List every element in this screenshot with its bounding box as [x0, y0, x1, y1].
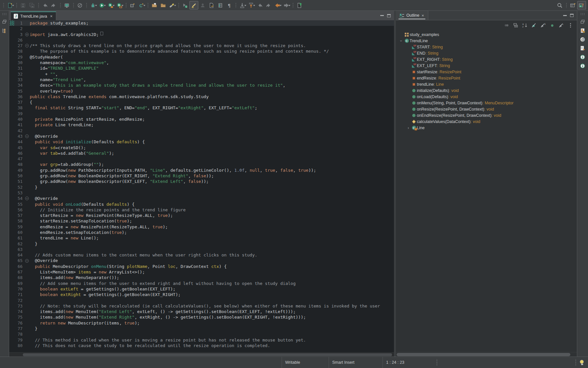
chevron-down-icon[interactable]: › — [399, 38, 403, 44]
dropdown-arrow-icon[interactable] — [12, 5, 14, 7]
fold-gutter[interactable]: − — [24, 196, 30, 201]
sort-button[interactable]: az — [521, 22, 529, 29]
code-line-79[interactable]: 79 // This method is called when the use… — [9, 337, 394, 343]
code-line-60[interactable]: 60 endResize.setSnapToLocation(true); — [9, 230, 394, 235]
outline-close-icon[interactable]: × — [422, 13, 424, 18]
code-line-51[interactable]: 51 grp.addRow(new BooleanDescriptor(EXT_… — [9, 179, 394, 184]
mark-occurrences-toggle[interactable] — [189, 1, 198, 9]
run-coverage-button[interactable] — [106, 1, 115, 9]
search-torch-button[interactable] — [168, 1, 176, 9]
outline-item-trendline[interactable]: trendLine : Line — [396, 81, 577, 87]
outline-item-ext-left[interactable]: SFEXT_LEFT : String — [396, 62, 577, 69]
editor-hscrollbar-thumb[interactable] — [23, 353, 392, 356]
minimize-editor-icon[interactable] — [380, 15, 384, 16]
fold-collapse-icon[interactable]: − — [25, 44, 29, 47]
outline-item-onresize-resizepoint-drawcontext-[interactable]: onResize(ResizePoint, DrawContext) : voi… — [396, 106, 577, 112]
notifications-icon[interactable] — [580, 360, 584, 365]
hide-non-public-members-button[interactable] — [548, 22, 556, 29]
dropdown-arrow-icon[interactable] — [280, 5, 282, 7]
outline-hscrollbar[interactable] — [396, 352, 577, 357]
code-line-27[interactable]: 27−/** This study draws a trend line on … — [9, 43, 394, 48]
javadoc-view-button[interactable]: @ — [579, 35, 587, 43]
code-line-42[interactable]: 42 — [9, 128, 394, 133]
code-line-56[interactable]: 56 // Initialize the resize points and t… — [9, 207, 394, 213]
code-line-55[interactable]: 55 public void onLoad(Defaults defaults)… — [9, 202, 394, 207]
code-line-28[interactable]: 28 The purpose of this example is to dem… — [9, 48, 394, 54]
outline-hscrollbar-thumb[interactable] — [397, 353, 570, 356]
open-task-button[interactable] — [150, 1, 159, 9]
package-explorer-button[interactable] — [1, 26, 8, 34]
code-line-30[interactable]: 30 namespace="com.motivewave", — [9, 60, 394, 65]
outline-item-onendresize-resizepoint-drawcontext-[interactable]: onEndResize(ResizePoint, DrawContext) : … — [396, 112, 577, 118]
dropdown-arrow-icon[interactable] — [95, 5, 97, 7]
hide-static-members-button[interactable]: S — [539, 22, 547, 29]
restore-views-button[interactable] — [1, 18, 8, 26]
outline-item-study-examples[interactable]: study_examples — [396, 31, 577, 38]
outline-item-onmenu-string-point-drawcontext-[interactable]: onMenu(String, Point, DrawContext) : Men… — [396, 100, 577, 106]
code-line-35[interactable]: 35 overlay=true) — [9, 88, 394, 94]
code-line-61[interactable]: 61 trendLine = new Line(); — [9, 235, 394, 241]
code-line-70[interactable]: 70 boolean extLeft = getSettings().getBo… — [9, 286, 394, 292]
outline-item-line[interactable]: ›CLine — [396, 125, 577, 131]
view-menu-button[interactable] — [566, 22, 574, 29]
code-line-37[interactable]: 37{ — [9, 99, 394, 105]
code-line-48[interactable]: 48 var grp=tab.addGroup(""); — [9, 162, 394, 167]
info-view-button-2[interactable] — [579, 62, 587, 70]
code-line-39[interactable]: 39 — [9, 111, 394, 116]
show-whitespace-button[interactable]: ¶ — [225, 1, 234, 9]
code-line-41[interactable]: 41 private Line trendLine; — [9, 122, 394, 128]
task-list-button[interactable] — [579, 26, 587, 34]
code-line-31[interactable]: 31 id="TREND_LINE_EXAMPLE" — [9, 65, 394, 71]
code-line-72[interactable]: 72 — [9, 298, 394, 303]
code-line-54[interactable]: 54− @Override — [9, 196, 394, 201]
code-line-57[interactable]: 57 startResize = new ResizePoint(ResizeT… — [9, 213, 394, 218]
outline-item-onload-defaults-[interactable]: onLoad(Defaults) : void — [396, 94, 577, 100]
code-line-29[interactable]: 29@StudyHeader( — [9, 54, 394, 60]
code-line-40[interactable]: 40 private ResizePoint startResize, endR… — [9, 116, 394, 122]
hide-local-types-button[interactable]: L — [557, 22, 565, 29]
code-line-67[interactable]: 67 List<MenuItem> items = new ArrayList<… — [9, 269, 394, 275]
next-annotation-button[interactable] — [238, 1, 247, 9]
fold-collapse-icon[interactable]: − — [25, 197, 29, 200]
skip-breakpoints-button[interactable] — [75, 1, 84, 9]
code-line-65[interactable]: 65− @Override — [9, 258, 394, 263]
back-button[interactable] — [255, 1, 264, 9]
code-line-62[interactable]: 62 } — [9, 241, 394, 247]
fold-expand-icon[interactable]: + — [25, 33, 29, 36]
previous-annotation-button[interactable] — [247, 1, 255, 9]
folded-region-icon[interactable] — [100, 32, 103, 35]
code-line-33[interactable]: 33 name="Trend Line", — [9, 77, 394, 82]
run-button[interactable] — [97, 1, 106, 9]
code-line-66[interactable]: 66 public MenuDescriptor onMenu(String p… — [9, 264, 394, 269]
code-line-77[interactable]: 77 } — [9, 326, 394, 331]
next-edit-button[interactable] — [207, 1, 216, 9]
code-line-49[interactable]: 49 grp.addRow(new PathDescriptor(Inputs.… — [9, 167, 394, 173]
code-line-34[interactable]: 34 desc="This is an example study that d… — [9, 82, 394, 88]
code-line-76[interactable]: 76 return new MenuDescriptor(items, true… — [9, 320, 394, 326]
code-line-74[interactable]: 74 items.add(new MenuItem("Extend Left",… — [9, 309, 394, 314]
strip-drag-handle[interactable] — [2, 13, 7, 15]
outline-item-trendline[interactable]: ›CTrendLine — [396, 38, 577, 44]
code-line-43[interactable]: 43− @Override — [9, 133, 394, 139]
code-line-1[interactable]: 1package study_examples; — [9, 20, 394, 26]
info-view-button[interactable] — [579, 53, 587, 61]
code-line-59[interactable]: 59 endResize = new ResizePoint(ResizeTyp… — [9, 224, 394, 230]
go-forward-button[interactable] — [282, 1, 291, 9]
tab-close-icon[interactable]: × — [50, 14, 53, 19]
redo-button[interactable] — [49, 1, 58, 9]
code-line-52[interactable]: 52 } — [9, 184, 394, 190]
outline-item-start[interactable]: SFSTART : String — [396, 44, 577, 50]
code-line-80[interactable]: 80 // This does not cause the study to b… — [9, 343, 394, 348]
dropdown-arrow-icon[interactable] — [174, 5, 176, 7]
debug-button[interactable] — [89, 1, 97, 9]
code-line-53[interactable]: 53 — [9, 190, 394, 196]
code-line-36[interactable]: 36public class TrendLine extends com.mot… — [9, 94, 394, 99]
dropdown-arrow-icon[interactable] — [253, 5, 255, 7]
fold-collapse-icon[interactable]: − — [25, 259, 29, 263]
code-line-75[interactable]: 75 items.add(new MenuItem("Extend Right"… — [9, 314, 394, 320]
outline-item-calculatevalues-datacontext-[interactable]: calculateValues(DataContext) : void — [396, 118, 577, 125]
chevron-right-icon[interactable]: › — [406, 126, 411, 130]
open-perspective-button[interactable] — [568, 1, 577, 9]
java-perspective-button[interactable]: J — [577, 1, 586, 9]
tab-trendline-java[interactable]: J TrendLine.java × — [10, 11, 56, 20]
